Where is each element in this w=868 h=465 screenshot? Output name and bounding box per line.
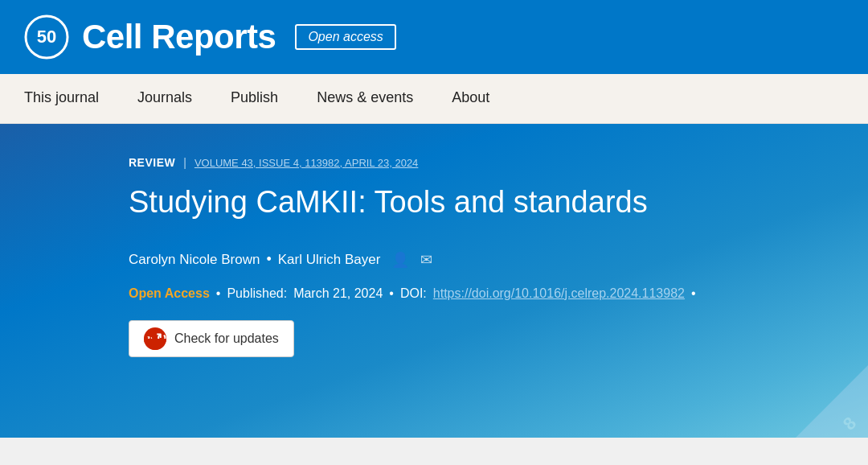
article-meta-row: REVIEW | VOLUME 43, ISSUE 4, 113982, APR…: [129, 156, 828, 169]
svg-text:↻: ↻: [147, 335, 153, 342]
article-publication-meta: Open Access • Published: March 21, 2024 …: [129, 286, 828, 301]
site-header: 50 Cell Reports Open access: [0, 0, 868, 74]
nav-item-about[interactable]: About: [432, 74, 509, 123]
corner-decoration: 8: [796, 365, 868, 438]
main-content-wrapper: REVIEW | VOLUME 43, ISSUE 4, 113982, APR…: [0, 124, 868, 438]
open-access-label: Open Access: [129, 286, 210, 301]
svg-point-2: [144, 332, 156, 344]
authors-row: Carolyn Nicole Brown • Karl Ulrich Bayer…: [129, 251, 828, 269]
site-logo-text: Cell Reports: [82, 20, 276, 54]
years-logo: 50: [24, 14, 69, 60]
article-title: Studying CaMKII: Tools and standards: [129, 183, 772, 222]
published-date: March 21, 2024: [293, 286, 383, 301]
logo-container: 50 Cell Reports: [24, 14, 276, 60]
meta-bullet-2: •: [389, 286, 394, 301]
nav-item-journals[interactable]: Journals: [118, 74, 211, 123]
published-label: Published:: [227, 286, 287, 301]
article-volume-info[interactable]: VOLUME 43, ISSUE 4, 113982, APRIL 23, 20…: [194, 157, 418, 169]
meta-bullet-3: •: [691, 286, 696, 301]
person-icon[interactable]: 👤: [391, 251, 409, 269]
doi-label: DOI:: [400, 286, 427, 301]
doi-link[interactable]: https://doi.org/10.1016/j.celrep.2024.11…: [433, 286, 685, 301]
main-nav: This journal Journals Publish News & eve…: [0, 74, 868, 124]
meta-separator: |: [183, 156, 186, 169]
nav-item-this-journal[interactable]: This journal: [24, 74, 118, 123]
email-icon[interactable]: ✉: [420, 251, 432, 269]
svg-rect-4: [144, 339, 156, 345]
check-updates-label: Check for updates: [174, 331, 279, 346]
author-2[interactable]: Karl Ulrich Bayer: [278, 252, 381, 268]
article-hero: REVIEW | VOLUME 43, ISSUE 4, 113982, APR…: [0, 124, 868, 438]
author-bullet-1: •: [266, 251, 271, 268]
check-for-updates-button[interactable]: ↻ Check for updates: [129, 320, 294, 357]
article-type-label: REVIEW: [129, 156, 175, 169]
nav-item-publish[interactable]: Publish: [211, 74, 297, 123]
author-1[interactable]: Carolyn Nicole Brown: [129, 252, 260, 268]
open-access-badge: Open access: [295, 24, 395, 50]
check-updates-icon: ↻: [144, 327, 166, 350]
nav-item-news-events[interactable]: News & events: [297, 74, 432, 123]
svg-text:50: 50: [37, 27, 56, 47]
meta-bullet-1: •: [216, 286, 221, 301]
